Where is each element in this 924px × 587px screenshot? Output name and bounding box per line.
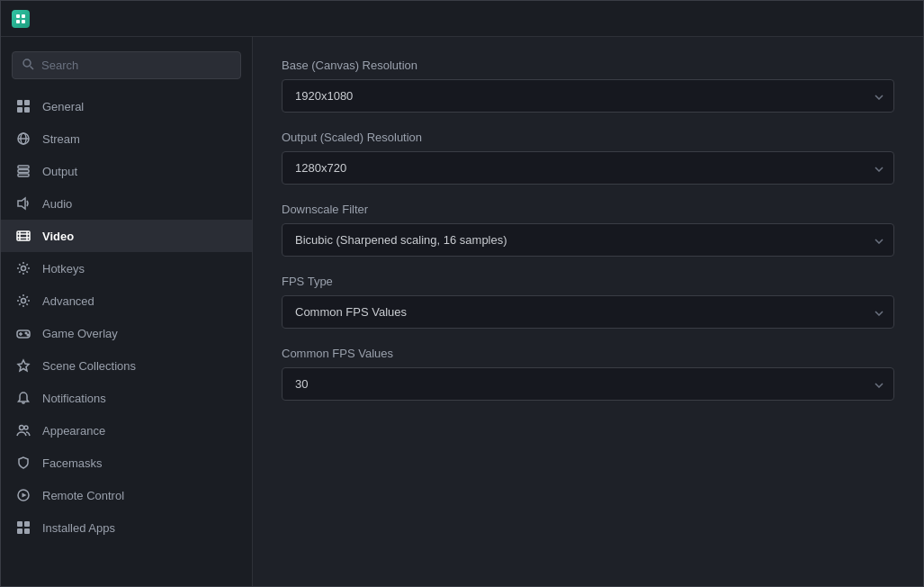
settings2-icon — [15, 293, 31, 309]
sidebar-item-output[interactable]: Output — [1, 155, 252, 187]
search-icon — [22, 58, 34, 73]
field-label-common-fps: Common FPS Values — [282, 347, 894, 360]
sidebar-label-game-overlay: Game Overlay — [42, 327, 118, 340]
sidebar-item-remote-control[interactable]: Remote Control — [1, 479, 252, 511]
svg-marker-16 — [18, 198, 25, 209]
sidebar-label-remote-control: Remote Control — [42, 489, 124, 502]
sidebar: GeneralStreamOutputAudioVideoHotkeysAdva… — [1, 37, 253, 586]
svg-point-28 — [27, 334, 29, 336]
search-input[interactable] — [41, 59, 231, 72]
sidebar-label-facemasks: Facemasks — [42, 456, 102, 470]
svg-rect-36 — [17, 528, 22, 534]
field-label-base-resolution: Base (Canvas) Resolution — [282, 59, 894, 72]
field-group-downscale-filter: Downscale FilterBicubic (Sharpened scali… — [282, 203, 894, 257]
field-label-downscale-filter: Downscale Filter — [282, 203, 894, 216]
select-wrap-output-resolution: 1280x7201920x10801366x768960x540 — [282, 151, 894, 185]
sidebar-item-scene-collections[interactable]: Scene Collections — [1, 349, 252, 382]
play-icon — [15, 487, 31, 503]
svg-point-31 — [24, 426, 28, 429]
field-group-base-resolution: Base (Canvas) Resolution1920x10801280x72… — [282, 59, 894, 113]
svg-rect-15 — [18, 174, 29, 176]
film-icon — [15, 228, 31, 244]
settings-icon — [15, 260, 31, 276]
sidebar-label-appearance: Appearance — [42, 424, 105, 438]
sidebar-label-stream: Stream — [42, 132, 80, 146]
sidebar-label-advanced: Advanced — [42, 294, 94, 308]
select-base-resolution[interactable]: 1920x10801280x7201366x7682560x1440 — [282, 79, 894, 113]
svg-rect-17 — [17, 231, 30, 240]
sidebar-item-advanced[interactable]: Advanced — [1, 284, 252, 317]
sidebar-label-hotkeys: Hotkeys — [42, 262, 85, 275]
settings-window: GeneralStreamOutputAudioVideoHotkeysAdva… — [0, 0, 924, 587]
svg-rect-37 — [24, 528, 30, 534]
sidebar-item-game-overlay[interactable]: Game Overlay — [1, 317, 252, 349]
sidebar-item-audio[interactable]: Audio — [1, 187, 252, 220]
svg-point-30 — [20, 426, 24, 430]
svg-rect-7 — [24, 100, 30, 105]
close-button[interactable] — [885, 8, 912, 30]
shield-icon — [15, 455, 31, 471]
sidebar-item-installed-apps[interactable]: Installed Apps — [1, 511, 252, 544]
titlebar-left — [12, 10, 37, 28]
select-wrap-downscale-filter: Bicubic (Sharpened scaling, 16 samples)B… — [282, 223, 894, 257]
minimize-button[interactable] — [824, 8, 851, 30]
bell-icon — [15, 390, 31, 406]
globe-icon — [15, 131, 31, 147]
svg-rect-14 — [18, 170, 29, 173]
search-wrap[interactable] — [12, 51, 241, 79]
sidebar-item-general[interactable]: General — [1, 90, 252, 122]
select-downscale-filter[interactable]: Bicubic (Sharpened scaling, 16 samples)B… — [282, 223, 894, 257]
svg-rect-6 — [17, 100, 22, 105]
field-group-common-fps: Common FPS Values1020242529.97304860 — [282, 347, 894, 401]
sidebar-item-notifications[interactable]: Notifications — [1, 382, 252, 414]
layers-icon — [15, 163, 31, 179]
grid2-icon — [15, 519, 31, 536]
sidebar-label-scene-collections: Scene Collections — [42, 359, 136, 373]
sidebar-label-notifications: Notifications — [42, 392, 106, 405]
svg-point-23 — [22, 299, 26, 303]
nav-list: GeneralStreamOutputAudioVideoHotkeysAdva… — [1, 90, 252, 544]
svg-marker-29 — [18, 360, 29, 371]
star-icon — [15, 357, 31, 374]
field-group-output-resolution: Output (Scaled) Resolution1280x7201920x1… — [282, 131, 894, 185]
svg-line-5 — [31, 67, 34, 70]
sidebar-item-hotkeys[interactable]: Hotkeys — [1, 252, 252, 284]
select-wrap-fps-type: Common FPS ValuesInteger FPS ValueFracti… — [282, 295, 894, 329]
field-group-fps-type: FPS TypeCommon FPS ValuesInteger FPS Val… — [282, 275, 894, 329]
select-common-fps[interactable]: 1020242529.97304860 — [282, 367, 894, 401]
svg-point-22 — [22, 266, 26, 271]
sidebar-item-appearance[interactable]: Appearance — [1, 414, 252, 447]
app-icon — [12, 10, 30, 28]
sidebar-label-output: Output — [42, 165, 77, 178]
gamepad-icon — [15, 325, 31, 341]
svg-rect-9 — [24, 107, 30, 113]
select-output-resolution[interactable]: 1280x7201920x10801366x768960x540 — [282, 151, 894, 185]
select-wrap-common-fps: 1020242529.97304860 — [282, 367, 894, 401]
svg-rect-2 — [16, 20, 20, 23]
fields-container: Base (Canvas) Resolution1920x10801280x72… — [282, 59, 894, 401]
sidebar-label-video: Video — [42, 230, 74, 243]
maximize-button[interactable] — [855, 8, 882, 30]
sidebar-label-audio: Audio — [42, 197, 72, 211]
svg-rect-13 — [18, 166, 29, 168]
select-wrap-base-resolution: 1920x10801280x7201366x7682560x1440 — [282, 79, 894, 113]
grid-icon — [15, 98, 31, 114]
titlebar — [1, 1, 923, 37]
svg-marker-33 — [22, 493, 27, 498]
sidebar-label-general: General — [42, 100, 84, 113]
select-fps-type[interactable]: Common FPS ValuesInteger FPS ValueFracti… — [282, 295, 894, 329]
field-label-fps-type: FPS Type — [282, 275, 894, 288]
svg-rect-0 — [16, 14, 20, 18]
sidebar-item-stream[interactable]: Stream — [1, 122, 252, 155]
volume-icon — [15, 195, 31, 212]
svg-rect-8 — [17, 107, 22, 113]
svg-point-4 — [23, 59, 31, 67]
people-icon — [15, 422, 31, 438]
field-label-output-resolution: Output (Scaled) Resolution — [282, 131, 894, 144]
sidebar-label-installed-apps: Installed Apps — [42, 521, 115, 535]
svg-rect-1 — [22, 14, 25, 18]
sidebar-item-video[interactable]: Video — [1, 220, 252, 252]
sidebar-item-facemasks[interactable]: Facemasks — [1, 447, 252, 479]
svg-point-27 — [25, 332, 27, 334]
main-panel: Base (Canvas) Resolution1920x10801280x72… — [253, 37, 923, 586]
